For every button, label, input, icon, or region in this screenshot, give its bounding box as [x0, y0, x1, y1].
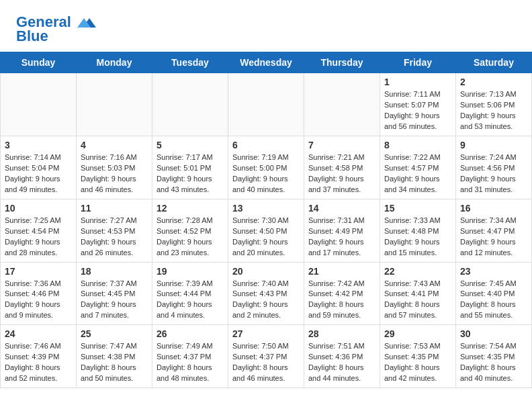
day-number: 27 [232, 328, 300, 339]
day-number: 12 [157, 203, 224, 214]
day-info: Sunrise: 7:37 AM Sunset: 4:45 PM Dayligh… [81, 279, 148, 322]
day-number: 21 [308, 266, 375, 277]
calendar-cell: 27Sunrise: 7:50 AM Sunset: 4:37 PM Dayli… [228, 325, 304, 388]
day-number: 8 [384, 140, 451, 150]
day-number: 5 [157, 140, 224, 150]
calendar-table: SundayMondayTuesdayWednesdayThursdayFrid… [0, 52, 532, 388]
day-number: 3 [5, 140, 72, 150]
day-info: Sunrise: 7:34 AM Sunset: 4:47 PM Dayligh… [460, 216, 527, 259]
day-info: Sunrise: 7:28 AM Sunset: 4:52 PM Dayligh… [157, 216, 224, 259]
calendar-cell: 19Sunrise: 7:39 AM Sunset: 4:44 PM Dayli… [152, 262, 228, 325]
calendar-cell [1, 73, 77, 136]
day-info: Sunrise: 7:16 AM Sunset: 5:03 PM Dayligh… [81, 152, 148, 195]
day-number: 30 [460, 328, 527, 339]
day-number: 23 [460, 266, 527, 277]
day-info: Sunrise: 7:54 AM Sunset: 4:35 PM Dayligh… [460, 341, 527, 384]
calendar-cell [304, 73, 380, 136]
day-info: Sunrise: 7:27 AM Sunset: 4:53 PM Dayligh… [81, 216, 148, 259]
day-header-tuesday: Tuesday [152, 52, 228, 73]
day-info: Sunrise: 7:42 AM Sunset: 4:42 PM Dayligh… [308, 279, 375, 322]
day-number: 28 [308, 328, 375, 339]
day-number: 7 [308, 140, 375, 150]
calendar-cell: 10Sunrise: 7:25 AM Sunset: 4:54 PM Dayli… [1, 199, 77, 262]
day-info: Sunrise: 7:51 AM Sunset: 4:36 PM Dayligh… [308, 341, 375, 384]
calendar-cell: 2Sunrise: 7:13 AM Sunset: 5:06 PM Daylig… [456, 73, 532, 136]
calendar-cell: 5Sunrise: 7:17 AM Sunset: 5:01 PM Daylig… [152, 136, 228, 199]
day-info: Sunrise: 7:50 AM Sunset: 4:37 PM Dayligh… [232, 341, 300, 384]
day-number: 13 [232, 203, 300, 214]
calendar-cell: 7Sunrise: 7:21 AM Sunset: 4:58 PM Daylig… [304, 136, 380, 199]
day-info: Sunrise: 7:19 AM Sunset: 5:00 PM Dayligh… [232, 152, 300, 195]
day-info: Sunrise: 7:24 AM Sunset: 4:56 PM Dayligh… [460, 152, 527, 195]
calendar-cell [152, 73, 228, 136]
day-info: Sunrise: 7:46 AM Sunset: 4:39 PM Dayligh… [5, 341, 72, 384]
day-info: Sunrise: 7:21 AM Sunset: 4:58 PM Dayligh… [308, 152, 375, 195]
calendar-cell: 17Sunrise: 7:36 AM Sunset: 4:46 PM Dayli… [1, 262, 77, 325]
calendar-cell: 9Sunrise: 7:24 AM Sunset: 4:56 PM Daylig… [456, 136, 532, 199]
calendar-cell: 13Sunrise: 7:30 AM Sunset: 4:50 PM Dayli… [228, 199, 304, 262]
calendar-cell: 22Sunrise: 7:43 AM Sunset: 4:41 PM Dayli… [380, 262, 456, 325]
calendar-cell: 3Sunrise: 7:14 AM Sunset: 5:04 PM Daylig… [1, 136, 77, 199]
day-header-monday: Monday [77, 52, 152, 73]
calendar-cell: 8Sunrise: 7:22 AM Sunset: 4:57 PM Daylig… [380, 136, 456, 199]
day-info: Sunrise: 7:36 AM Sunset: 4:46 PM Dayligh… [5, 279, 72, 322]
week-row-4: 17Sunrise: 7:36 AM Sunset: 4:46 PM Dayli… [1, 262, 532, 325]
day-info: Sunrise: 7:40 AM Sunset: 4:43 PM Dayligh… [232, 279, 300, 322]
day-number: 18 [81, 266, 148, 277]
day-info: Sunrise: 7:30 AM Sunset: 4:50 PM Dayligh… [232, 216, 300, 259]
page-header: General Blue [0, 0, 532, 52]
day-info: Sunrise: 7:45 AM Sunset: 4:40 PM Dayligh… [460, 279, 527, 322]
calendar-cell: 24Sunrise: 7:46 AM Sunset: 4:39 PM Dayli… [1, 325, 77, 388]
day-info: Sunrise: 7:43 AM Sunset: 4:41 PM Dayligh… [384, 279, 451, 322]
calendar-body: 1Sunrise: 7:11 AM Sunset: 5:07 PM Daylig… [1, 73, 532, 388]
day-number: 2 [460, 77, 527, 87]
week-row-3: 10Sunrise: 7:25 AM Sunset: 4:54 PM Dayli… [1, 199, 532, 262]
day-number: 1 [384, 77, 451, 87]
calendar-cell: 11Sunrise: 7:27 AM Sunset: 4:53 PM Dayli… [77, 199, 152, 262]
calendar-cell: 21Sunrise: 7:42 AM Sunset: 4:42 PM Dayli… [304, 262, 380, 325]
calendar-cell: 1Sunrise: 7:11 AM Sunset: 5:07 PM Daylig… [380, 73, 456, 136]
day-info: Sunrise: 7:53 AM Sunset: 4:35 PM Dayligh… [384, 341, 451, 384]
day-info: Sunrise: 7:39 AM Sunset: 4:44 PM Dayligh… [157, 279, 224, 322]
day-header-wednesday: Wednesday [228, 52, 304, 73]
calendar-cell: 4Sunrise: 7:16 AM Sunset: 5:03 PM Daylig… [77, 136, 152, 199]
day-info: Sunrise: 7:33 AM Sunset: 4:48 PM Dayligh… [384, 216, 451, 259]
calendar-cell: 16Sunrise: 7:34 AM Sunset: 4:47 PM Dayli… [456, 199, 532, 262]
calendar-cell: 20Sunrise: 7:40 AM Sunset: 4:43 PM Dayli… [228, 262, 304, 325]
day-number: 6 [232, 140, 300, 150]
calendar-cell: 14Sunrise: 7:31 AM Sunset: 4:49 PM Dayli… [304, 199, 380, 262]
day-number: 22 [384, 266, 451, 277]
day-number: 4 [81, 140, 148, 150]
calendar-cell: 25Sunrise: 7:47 AM Sunset: 4:38 PM Dayli… [77, 325, 152, 388]
day-info: Sunrise: 7:13 AM Sunset: 5:06 PM Dayligh… [460, 89, 527, 132]
day-info: Sunrise: 7:47 AM Sunset: 4:38 PM Dayligh… [81, 341, 148, 384]
day-header-sunday: Sunday [1, 52, 77, 73]
calendar-header-row: SundayMondayTuesdayWednesdayThursdayFrid… [1, 52, 532, 73]
week-row-1: 1Sunrise: 7:11 AM Sunset: 5:07 PM Daylig… [1, 73, 532, 136]
day-info: Sunrise: 7:31 AM Sunset: 4:49 PM Dayligh… [308, 216, 375, 259]
day-number: 19 [157, 266, 224, 277]
day-number: 25 [81, 328, 148, 339]
day-number: 17 [5, 266, 72, 277]
logo-icon [77, 15, 97, 30]
day-number: 20 [232, 266, 300, 277]
calendar-cell: 12Sunrise: 7:28 AM Sunset: 4:52 PM Dayli… [152, 199, 228, 262]
calendar-cell: 29Sunrise: 7:53 AM Sunset: 4:35 PM Dayli… [380, 325, 456, 388]
calendar-cell: 23Sunrise: 7:45 AM Sunset: 4:40 PM Dayli… [456, 262, 532, 325]
day-number: 11 [81, 203, 148, 214]
day-info: Sunrise: 7:14 AM Sunset: 5:04 PM Dayligh… [5, 152, 72, 195]
logo: General Blue [16, 13, 97, 45]
day-number: 15 [384, 203, 451, 214]
calendar-cell: 30Sunrise: 7:54 AM Sunset: 4:35 PM Dayli… [456, 325, 532, 388]
day-number: 14 [308, 203, 375, 214]
calendar-cell: 28Sunrise: 7:51 AM Sunset: 4:36 PM Dayli… [304, 325, 380, 388]
day-number: 29 [384, 328, 451, 339]
day-info: Sunrise: 7:17 AM Sunset: 5:01 PM Dayligh… [157, 152, 224, 195]
day-number: 26 [157, 328, 224, 339]
calendar-cell: 26Sunrise: 7:49 AM Sunset: 4:37 PM Dayli… [152, 325, 228, 388]
calendar-cell: 15Sunrise: 7:33 AM Sunset: 4:48 PM Dayli… [380, 199, 456, 262]
calendar-cell [228, 73, 304, 136]
calendar-cell [77, 73, 152, 136]
week-row-5: 24Sunrise: 7:46 AM Sunset: 4:39 PM Dayli… [1, 325, 532, 388]
calendar-cell: 6Sunrise: 7:19 AM Sunset: 5:00 PM Daylig… [228, 136, 304, 199]
